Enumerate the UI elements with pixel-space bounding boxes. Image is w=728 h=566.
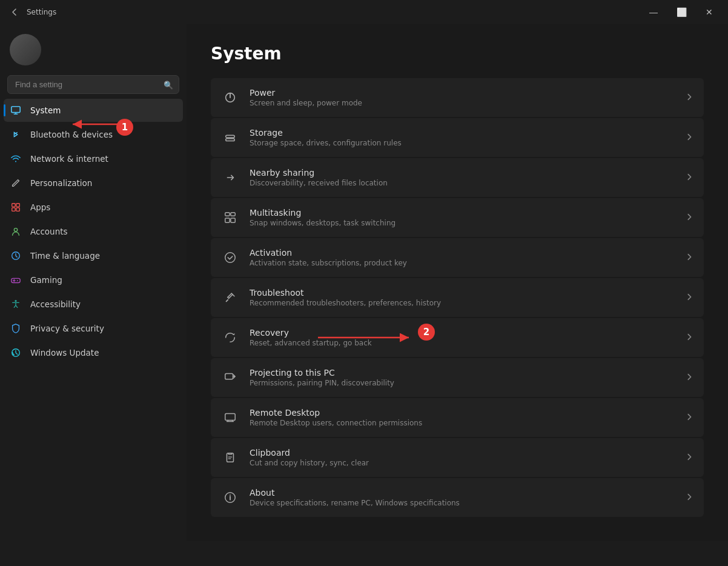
svg-rect-21: [225, 213, 230, 216]
remote-desktop-chevron: [686, 413, 693, 423]
settings-item-power[interactable]: PowerScreen and sleep, power mode: [211, 78, 704, 117]
network-icon: [10, 153, 22, 165]
app-body: 🔍 SystemBluetooth & devicesNetwork & int…: [0, 24, 728, 541]
sidebar-item-label-system: System: [30, 105, 61, 115]
settings-item-about[interactable]: AboutDevice specifications, rename PC, W…: [211, 478, 704, 517]
recovery-chevron: [686, 333, 693, 343]
titlebar-controls: — ⬜ ✕: [640, 2, 723, 22]
settings-item-projecting[interactable]: Projecting to this PCPermissions, pairin…: [211, 358, 704, 397]
troubleshoot-title: Troubleshoot: [250, 288, 675, 298]
search-bar-container: 🔍: [7, 75, 179, 94]
sidebar-item-update[interactable]: Windows Update: [4, 341, 183, 364]
bluetooth-icon: [10, 128, 22, 141]
svg-rect-5: [16, 204, 19, 207]
svg-point-25: [225, 253, 236, 263]
power-title: Power: [250, 88, 675, 98]
projecting-chevron: [686, 373, 693, 383]
search-input[interactable]: [7, 75, 179, 94]
sidebar-item-label-personalization: Personalization: [30, 178, 92, 188]
accessibility-icon: [10, 298, 22, 310]
svg-rect-20: [226, 139, 235, 141]
power-icon: [222, 89, 239, 106]
troubleshoot-desc: Recommended troubleshooters, preferences…: [250, 299, 675, 307]
gaming-icon: [10, 274, 22, 286]
sidebar-item-time[interactable]: Time & language: [4, 244, 183, 267]
remote-desktop-icon: [222, 409, 239, 426]
settings-item-multitasking[interactable]: MultitaskingSnap windows, desktops, task…: [211, 198, 704, 237]
sidebar-item-label-privacy: Privacy & security: [30, 324, 104, 333]
nearby-sharing-icon: [222, 169, 239, 186]
minimize-button[interactable]: —: [640, 2, 667, 22]
clipboard-chevron: [686, 453, 693, 463]
clipboard-desc: Cut and copy history, sync, clear: [250, 459, 675, 467]
sidebar-item-label-accounts: Accounts: [30, 227, 68, 236]
storage-desc: Storage space, drives, configuration rul…: [250, 139, 675, 147]
projecting-title: Projecting to this PC: [250, 368, 675, 378]
sidebar-nav: SystemBluetooth & devicesNetwork & inter…: [0, 99, 187, 364]
sidebar-item-accessibility[interactable]: Accessibility: [4, 293, 183, 316]
sidebar-item-apps[interactable]: Apps: [4, 196, 183, 219]
avatar: [10, 34, 41, 65]
time-icon: [10, 250, 22, 262]
multitasking-icon: [222, 209, 239, 226]
clipboard-text: ClipboardCut and copy history, sync, cle…: [250, 448, 675, 467]
sidebar-item-accounts[interactable]: Accounts: [4, 220, 183, 243]
back-icon[interactable]: [10, 7, 19, 17]
remote-desktop-text: Remote DesktopRemote Desktop users, conn…: [250, 408, 675, 427]
storage-title: Storage: [250, 128, 675, 138]
settings-item-troubleshoot[interactable]: TroubleshootRecommended troubleshooters,…: [211, 278, 704, 317]
close-button[interactable]: ✕: [695, 2, 723, 22]
sidebar-item-personalization[interactable]: Personalization: [4, 171, 183, 195]
sidebar-item-bluetooth[interactable]: Bluetooth & devices: [4, 123, 183, 146]
content-area: System PowerScreen and sleep, power mode…: [187, 24, 728, 541]
remote-desktop-desc: Remote Desktop users, connection permiss…: [250, 419, 675, 427]
multitasking-text: MultitaskingSnap windows, desktops, task…: [250, 208, 675, 227]
maximize-button[interactable]: ⬜: [667, 2, 695, 22]
sidebar-item-label-update: Windows Update: [30, 348, 99, 358]
activation-title: Activation: [250, 248, 675, 258]
apps-icon: [10, 201, 22, 213]
power-text: PowerScreen and sleep, power mode: [250, 88, 675, 107]
sidebar: 🔍 SystemBluetooth & devicesNetwork & int…: [0, 24, 187, 541]
sidebar-user: [0, 24, 187, 73]
storage-text: StorageStorage space, drives, configurat…: [250, 128, 675, 147]
titlebar-title: Settings: [27, 8, 56, 16]
update-icon: [10, 347, 22, 359]
sidebar-item-network[interactable]: Network & internet: [4, 147, 183, 170]
settings-item-clipboard[interactable]: ClipboardCut and copy history, sync, cle…: [211, 438, 704, 477]
multitasking-chevron: [686, 213, 693, 223]
sidebar-item-system[interactable]: System: [4, 99, 183, 122]
settings-item-storage[interactable]: StorageStorage space, drives, configurat…: [211, 118, 704, 157]
sidebar-item-privacy[interactable]: Privacy & security: [4, 317, 183, 340]
svg-rect-7: [16, 208, 19, 211]
system-icon: [10, 104, 22, 116]
privacy-icon: [10, 322, 22, 335]
troubleshoot-text: TroubleshootRecommended troubleshooters,…: [250, 288, 675, 307]
settings-item-recovery[interactable]: RecoveryReset, advanced startup, go back: [211, 318, 704, 357]
power-chevron: [686, 93, 693, 103]
storage-icon: [222, 129, 239, 146]
svg-rect-0: [12, 107, 20, 113]
activation-chevron: [686, 253, 693, 263]
recovery-icon: [222, 329, 239, 346]
about-title: About: [250, 488, 675, 498]
clipboard-title: Clipboard: [250, 448, 675, 458]
projecting-icon: [222, 369, 239, 386]
personalization-icon: [10, 177, 22, 189]
troubleshoot-icon: [222, 289, 239, 306]
search-icon: 🔍: [164, 80, 173, 89]
remote-desktop-title: Remote Desktop: [250, 408, 675, 418]
sidebar-item-label-gaming: Gaming: [30, 275, 62, 285]
sidebar-item-label-apps: Apps: [30, 202, 50, 212]
svg-rect-19: [226, 135, 235, 138]
power-desc: Screen and sleep, power mode: [250, 99, 675, 107]
svg-rect-26: [225, 374, 233, 379]
nearby-sharing-chevron: [686, 173, 693, 183]
nearby-sharing-desc: Discoverability, received files location: [250, 179, 675, 187]
settings-item-remote-desktop[interactable]: Remote DesktopRemote Desktop users, conn…: [211, 398, 704, 437]
about-desc: Device specifications, rename PC, Window…: [250, 499, 675, 507]
sidebar-item-label-accessibility: Accessibility: [30, 299, 81, 309]
sidebar-item-gaming[interactable]: Gaming: [4, 268, 183, 291]
settings-item-activation[interactable]: ActivationActivation state, subscription…: [211, 238, 704, 277]
settings-item-nearby-sharing[interactable]: Nearby sharingDiscoverability, received …: [211, 158, 704, 197]
